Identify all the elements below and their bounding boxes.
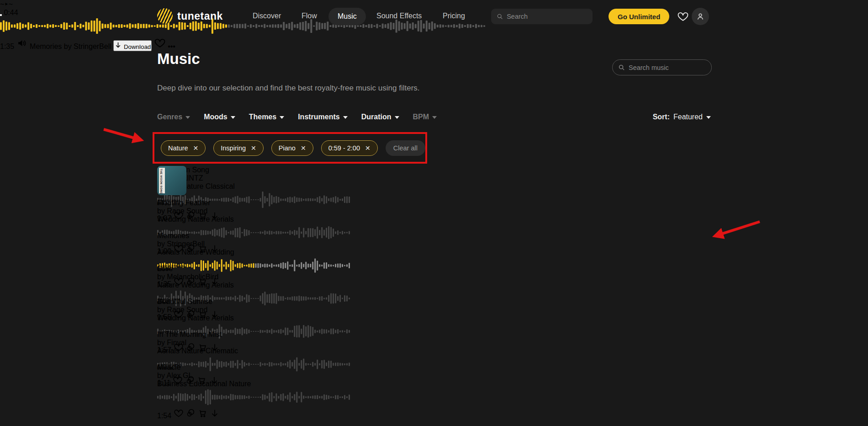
tag-pill[interactable]: Classical — [206, 182, 235, 190]
track-row-in-the-morning-mist: TRANQUILITY In The Morning Mist by Finva… — [157, 330, 711, 360]
tag-pill[interactable]: Aerials — [212, 215, 234, 223]
track-title[interactable]: Miracle — [157, 363, 711, 372]
nav-item-sound-effects[interactable]: Sound Effects — [376, 12, 422, 20]
music-search-box[interactable] — [612, 59, 712, 75]
album-art[interactable]: TRANQUILITY — [157, 330, 186, 360]
chip-duration-range[interactable]: 0:59 - 2:00✕ — [321, 140, 378, 156]
search-icon — [497, 13, 503, 20]
filter-bar: Genres Moods Themes Instruments Duration… — [157, 113, 437, 121]
filter-dropdown-genres[interactable]: Genres — [157, 113, 190, 121]
more-options-icon[interactable]: ••• — [168, 43, 175, 50]
track-artist: by Rage Sound — [157, 207, 711, 215]
chip-remove-icon[interactable]: ✕ — [251, 145, 256, 151]
user-account-button[interactable] — [692, 8, 709, 25]
sort-dropdown[interactable]: Sort: Featured — [653, 113, 711, 121]
chip-remove-icon[interactable]: ✕ — [301, 145, 306, 151]
track-artist: by DASAINTZ — [157, 174, 711, 182]
filter-dropdown-duration[interactable]: Duration — [361, 113, 399, 121]
track-row-beautiful-sunrise: romantic piano ballads Beautiful Sunrise… — [157, 298, 711, 327]
tunetank-logo-icon — [157, 8, 173, 24]
track-row-memories-playing: Memories by StringerBell Aerials Nature … — [157, 232, 711, 261]
album-art[interactable]: SOUNDSCAPES UNVEILED — [157, 363, 186, 393]
track-artist: by MelancholicBird — [157, 273, 711, 281]
player-favorite-heart-icon[interactable] — [154, 43, 168, 50]
track-title[interactable]: In The Morning Mist — [157, 330, 711, 339]
album-art[interactable] — [157, 232, 186, 261]
filter-dropdown-bpm[interactable]: BPM — [413, 113, 437, 121]
track-title[interactable]: Memories — [157, 232, 711, 240]
brand-logo[interactable]: tunetank — [157, 8, 223, 24]
tag-pill[interactable]: Aerials — [212, 281, 234, 289]
tag-pill[interactable]: Nature — [188, 215, 210, 223]
album-art[interactable]: PIANO & STRINGS UNISON — [157, 265, 186, 294]
chevron-down-icon — [706, 116, 711, 119]
nav-search-input[interactable] — [507, 13, 587, 20]
track-title[interactable]: Floating Feather — [157, 199, 711, 207]
nav-search-box[interactable] — [491, 9, 593, 24]
track-artist: by Rage Sound — [157, 306, 711, 314]
top-navbar: tunetank Discover Flow Music Sound Effec… — [0, 0, 868, 33]
player-track-artist: by StringerBell — [64, 43, 111, 50]
track-artist: by Alex GL — [157, 372, 711, 380]
album-art[interactable]: THE MOON SONG — [157, 166, 186, 195]
user-icon — [696, 12, 705, 21]
track-row-the-moon-song: THE MOON SONG The Moon Song by DASAINTZ … — [157, 166, 711, 195]
filter-dropdown-instruments[interactable]: Instruments — [298, 113, 348, 121]
album-art[interactable]: romantic piano ballads — [157, 298, 186, 327]
player-duration: 1:35 — [0, 43, 14, 50]
chevron-down-icon — [432, 116, 437, 119]
download-icon[interactable] — [210, 412, 220, 420]
track-title[interactable]: Beautiful Sunrise — [157, 298, 711, 306]
favorite-heart-icon[interactable] — [174, 412, 184, 420]
tag-pill[interactable]: Nature — [188, 314, 210, 322]
track-title[interactable]: The Moon Song — [157, 166, 711, 174]
waveform[interactable] — [157, 388, 711, 408]
nav-item-flow[interactable]: Flow — [302, 12, 317, 20]
chip-nature[interactable]: Nature✕ — [161, 140, 206, 156]
track-row-love: PIANO & STRINGS UNISON Love by Melanchol… — [157, 265, 711, 294]
track-list: THE MOON SONG The Moon Song by DASAINTZ … — [157, 166, 711, 396]
chevron-down-icon — [231, 116, 235, 119]
volume-icon[interactable] — [16, 43, 30, 50]
nav-item-music[interactable]: Music — [328, 8, 366, 25]
annotation-arrow-download — [715, 222, 760, 236]
nav-item-discover[interactable]: Discover — [253, 12, 281, 20]
filter-dropdown-moods[interactable]: Moods — [204, 113, 235, 121]
nav-item-pricing[interactable]: Pricing — [443, 12, 465, 20]
brand-name: tunetank — [177, 10, 223, 22]
search-icon — [618, 64, 625, 71]
chevron-down-icon — [185, 116, 190, 119]
annotation-arrow-filters — [104, 129, 141, 140]
tag-pill[interactable]: Aerials — [212, 314, 234, 322]
track-artist: by Finval — [157, 339, 711, 347]
duration-badge: 1:54 — [157, 412, 171, 420]
player-download-button[interactable]: Download — [113, 40, 152, 51]
tag-pill[interactable]: Cinematic — [206, 347, 238, 355]
filter-dropdown-themes[interactable]: Themes — [249, 113, 284, 121]
sort-value: Featured — [673, 113, 703, 121]
download-icon — [114, 41, 122, 49]
chip-piano[interactable]: Piano✕ — [271, 140, 313, 156]
go-unlimited-button[interactable]: Go Unlimited — [609, 9, 669, 24]
page-title: Music — [157, 50, 200, 68]
favorites-heart-icon[interactable] — [677, 11, 689, 24]
chip-inspiring[interactable]: Inspiring✕ — [213, 140, 264, 156]
album-art[interactable]: romantic piano ballads — [157, 199, 186, 228]
tag-pill[interactable]: Educational — [189, 380, 227, 388]
chevron-down-icon — [280, 116, 284, 119]
track-row-miracle: SOUNDSCAPES UNVEILED Miracle by Alex GL … — [157, 363, 711, 393]
player-track-title[interactable]: Memories — [30, 43, 62, 50]
tag-pill[interactable]: Wedding — [206, 248, 234, 256]
chevron-down-icon — [395, 116, 399, 119]
track-title[interactable]: Love — [157, 265, 711, 273]
page-subtitle: Deep dive into our selection and find th… — [157, 84, 420, 93]
active-filter-chips: Nature✕ Inspiring✕ Piano✕ 0:59 - 2:00✕ C… — [161, 140, 425, 156]
tag-pill[interactable]: Nature — [229, 380, 251, 388]
clear-all-button[interactable]: Clear all — [386, 140, 425, 156]
chevron-down-icon — [343, 116, 348, 119]
chip-remove-icon[interactable]: ✕ — [365, 145, 370, 151]
cart-icon[interactable] — [198, 412, 208, 420]
chip-remove-icon[interactable]: ✕ — [193, 145, 199, 151]
similar-tracks-icon[interactable] — [185, 412, 196, 420]
music-search-input[interactable] — [629, 64, 706, 71]
